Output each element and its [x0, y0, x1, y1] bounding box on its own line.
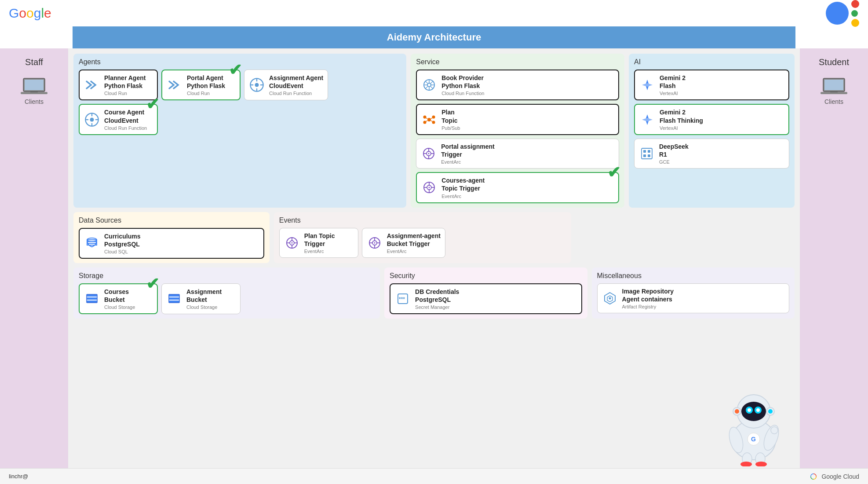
- student-panel: Student Clients: [800, 48, 868, 482]
- svg-point-99: [768, 409, 773, 414]
- assignment-bucket-trigger-subtitle: EventArc: [387, 249, 441, 254]
- svg-point-67: [374, 242, 375, 243]
- gemini-icon-2: [639, 112, 655, 128]
- security-section: Security *** DB CredentialsPostgreSQL: [384, 268, 587, 319]
- assistant-dots: [851, 0, 859, 27]
- svg-rect-86: [824, 80, 843, 90]
- assignment-bucket-trigger-text: Assignment-agentBucket Trigger EventArc: [387, 232, 441, 254]
- svg-rect-88: [830, 92, 838, 92]
- course-agent-card: Course AgentCloudEvent Cloud Run Functio…: [79, 104, 158, 135]
- db-credentials-card: *** DB CredentialsPostgreSQL Secret Mana…: [390, 283, 582, 314]
- eventarc-icon-3: [284, 235, 300, 251]
- planner-agent-text: Planner AgentPython Flask Cloud Run: [104, 74, 146, 96]
- student-title: Student: [819, 57, 849, 67]
- plan-topic-title: PlanTopic: [441, 108, 460, 124]
- svg-line-31: [426, 118, 427, 119]
- cloudsql-icon: [84, 235, 100, 251]
- portal-agent-card: Portal AgentPython Flask Cloud Run ✔: [161, 70, 241, 100]
- assignment-bucket-title: AssignmentBucket: [186, 288, 222, 304]
- svg-line-34: [431, 121, 432, 121]
- plan-topic-trigger-subtitle: EventArc: [304, 249, 335, 254]
- assignment-agent-title: Assignment AgentCloudEvent: [269, 74, 323, 90]
- chevron-icon-2: [167, 77, 182, 93]
- cloudevent-icon-2: [84, 112, 100, 128]
- svg-point-27: [423, 115, 427, 118]
- svg-point-37: [428, 153, 430, 154]
- assignment-bucket-card: AssignmentBucket Cloud Storage: [161, 283, 241, 314]
- dot-yellow: [851, 19, 859, 27]
- svg-point-26: [427, 118, 431, 121]
- eventarc-icon-2: [421, 180, 437, 195]
- robot-mascot: G: [716, 378, 791, 466]
- courses-bucket-text: CoursesBucket Cloud Storage: [104, 288, 135, 310]
- svg-point-84: [609, 297, 611, 300]
- artifact-icon: [602, 290, 618, 306]
- image-repo-card: Image RepositoryAgent containers Artifac…: [597, 283, 789, 313]
- curriculums-subtitle: Cloud SQL: [104, 249, 140, 254]
- plan-topic-subtitle: Pub/Sub: [441, 125, 460, 131]
- ai-spacer: [576, 212, 795, 263]
- datasources-title: Data Sources: [79, 216, 264, 224]
- svg-rect-52: [643, 154, 646, 157]
- svg-rect-77: [169, 297, 179, 300]
- gemini-thinking-card: Gemini 2Flash Thinking VertexAI: [634, 104, 789, 135]
- gemini-icon-1: [639, 77, 655, 93]
- plan-topic-trigger-title: Plan TopicTrigger: [304, 232, 335, 248]
- image-repo-subtitle: Artifact Registry: [622, 304, 674, 309]
- courses-bucket-title: CoursesBucket: [104, 288, 135, 304]
- gce-icon: [639, 146, 655, 161]
- db-credentials-title: DB CredentialsPostgreSQL: [415, 288, 459, 304]
- course-agent-subtitle: Cloud Run Function: [104, 125, 147, 131]
- eventarc-icon-4: [367, 235, 383, 251]
- svg-rect-1: [25, 80, 44, 90]
- security-title: Security: [390, 272, 582, 280]
- svg-rect-49: [642, 148, 652, 159]
- pubsub-icon: [421, 112, 437, 128]
- assignment-agent-subtitle: Cloud Run Function: [269, 91, 323, 96]
- google-cloud-logo: Google Cloud: [808, 471, 859, 482]
- plan-topic-trigger-text: Plan TopicTrigger EventArc: [304, 232, 335, 254]
- student-client-label: Clients: [824, 98, 843, 105]
- svg-point-44: [429, 187, 430, 188]
- portal-agent-text: Portal AgentPython Flask Cloud Run: [187, 74, 225, 96]
- assistant-circle: [826, 2, 849, 25]
- gemini-flash-card: Gemini 2Flash VertexAI: [634, 70, 789, 100]
- svg-point-60: [291, 242, 292, 243]
- title-banner: Aidemy Architecture: [73, 26, 795, 48]
- ai-section: AI Gemini 2Flash VertexAI: [629, 54, 795, 208]
- svg-line-23: [431, 87, 433, 89]
- svg-text:G: G: [751, 436, 756, 443]
- assistant-icon: [826, 0, 859, 27]
- eventarc-icon-1: [421, 146, 437, 161]
- page-title: Aidemy Architecture: [387, 32, 481, 43]
- gemini-flash-text: Gemini 2Flash VertexAI: [660, 74, 686, 96]
- curriculums-card: CurriculumsPostgreSQL Cloud SQL: [79, 228, 264, 259]
- staff-panel: Staff Clients: [0, 48, 68, 482]
- agents-cards: Planner AgentPython Flask Cloud Run: [79, 70, 401, 135]
- gemini-thinking-text: Gemini 2Flash Thinking VertexAI: [660, 108, 703, 130]
- assignment-bucket-text: AssignmentBucket Cloud Storage: [186, 288, 222, 310]
- misc-cards: Image RepositoryAgent containers Artifac…: [597, 283, 789, 313]
- svg-point-30: [432, 121, 435, 124]
- row2: Data Sources: [73, 212, 795, 263]
- storage-icon-1: [84, 291, 100, 307]
- courses-bucket-subtitle: Cloud Storage: [104, 304, 135, 310]
- chevron-icon: [84, 77, 100, 93]
- book-provider-title: Book ProviderPython Flask: [441, 74, 484, 90]
- staff-laptop-icon: [20, 76, 48, 98]
- courses-agent-trigger-card: Courses-agentTopic Trigger EventArc ✔: [416, 172, 619, 203]
- portal-assignment-subtitle: EventArc: [441, 159, 494, 165]
- gemini-thinking-title: Gemini 2Flash Thinking: [660, 108, 703, 124]
- svg-rect-50: [643, 150, 646, 153]
- misc-title: Miscellaneous: [597, 272, 789, 280]
- datasources-section: Data Sources: [73, 212, 270, 263]
- book-provider-icon: [421, 77, 437, 93]
- svg-line-33: [426, 121, 427, 121]
- row3: Storage CoursesBu: [73, 268, 795, 319]
- portal-agent-title: Portal AgentPython Flask: [187, 74, 225, 90]
- book-provider-text: Book ProviderPython Flask Cloud Run Func…: [441, 74, 484, 96]
- db-credentials-subtitle: Secret Manager: [415, 304, 459, 310]
- courses-agent-trigger-subtitle: EventArc: [441, 194, 485, 199]
- google-logo: Google: [9, 6, 51, 21]
- google-cloud-icon: [808, 471, 819, 482]
